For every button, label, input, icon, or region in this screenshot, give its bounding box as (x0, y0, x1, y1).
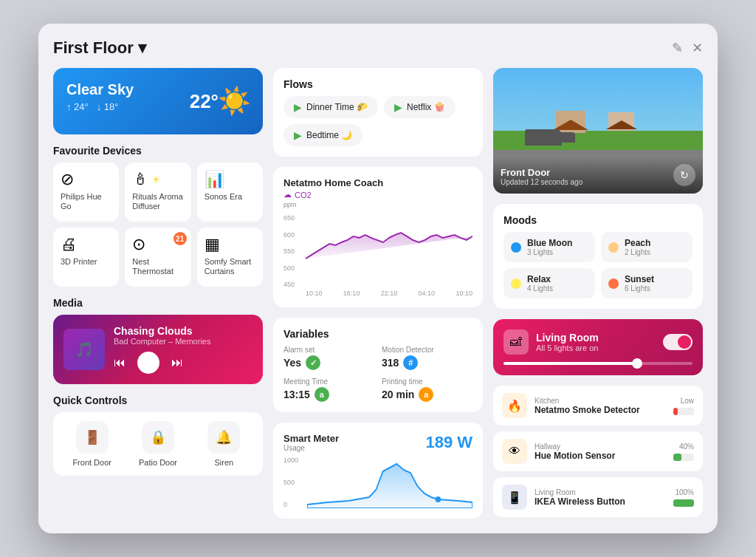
toggle-dot (678, 335, 691, 349)
meeting-value: 13:15 a (284, 387, 374, 402)
media-inner: 🎵 Chasing Clouds Bad Computer – Memories… (53, 315, 263, 384)
diffuser-label: Rituals Aroma Diffuser (132, 192, 183, 211)
close-icon[interactable]: ✕ (692, 40, 703, 56)
device-motion-sensor[interactable]: 👁 Hallway Hue Motion Sensor 40% (493, 431, 703, 471)
wireless-button-location: Living Room (535, 488, 666, 496)
philips-hue-label: Philips Hue Go (61, 192, 111, 211)
window-controls: ✎ ✕ (672, 40, 703, 56)
printing-badge: a (419, 387, 433, 402)
weather-sun-icon: ☀️ (218, 86, 251, 117)
relax-lights: 4 Lights (527, 284, 553, 293)
camera-label: Front Door Updated 12 seconds ago (501, 167, 583, 186)
device-sonos[interactable]: 📊 Sonos Era (197, 163, 263, 222)
media-title: Media (53, 297, 263, 309)
meeting-badge: a (315, 387, 329, 402)
moods-title: Moods (504, 214, 693, 226)
device-wireless-button[interactable]: 📱 Living Room IKEA Wireless Button 100% (493, 477, 703, 517)
refresh-button[interactable]: ↻ (673, 164, 695, 186)
flow-dinner-time[interactable]: ▶ Dinner Time 🌮 (284, 96, 378, 118)
co2-label: CO2 (295, 191, 312, 199)
peach-lights: 2 Lights (625, 248, 650, 256)
device-nest[interactable]: ⊙ 21 Nest Thermostat (125, 228, 190, 287)
mood-blue-moon[interactable]: Blue Moon 3 Lights (504, 232, 595, 262)
slider-fill (504, 362, 636, 365)
motion-sensor-battery-label: 40% (679, 442, 694, 451)
device-grid: ⊘ Philips Hue Go 🕯 ☀ Rituals Aroma Diffu… (53, 163, 263, 287)
camera-card: Front Door Updated 12 seconds ago ↻ (493, 68, 703, 194)
lr-brightness-slider[interactable] (504, 362, 693, 365)
sonos-icon: 📊 (205, 170, 224, 189)
main-grid: Clear Sky ↑ 24° ↓ 18° 22° ☀️ Favourite D… (53, 68, 703, 519)
sunset-info: Sunset 6 Lights (625, 274, 654, 293)
moods-grid: Blue Moon 3 Lights Peach 2 Lights (504, 232, 693, 298)
device-philips-hue[interactable]: ⊘ Philips Hue Go (53, 163, 119, 222)
mood-sunset[interactable]: Sunset 6 Lights (601, 268, 693, 298)
lr-left: 🛋 Living Room All 5 lights are on (504, 329, 599, 355)
curtains-label: Somfy Smart Curtains (205, 257, 255, 276)
mood-peach[interactable]: Peach 2 Lights (601, 232, 693, 262)
smoke-detector-status: Low (673, 397, 694, 415)
flow-bedtime-label: Bedtime 🌙 (306, 130, 352, 140)
device-aroma-diffuser[interactable]: 🕯 ☀ Rituals Aroma Diffuser (125, 163, 190, 222)
flow-dinner-label: Dinner Time 🌮 (306, 102, 368, 112)
flows-row-1: ▶ Dinner Time 🌮 ▶ Netflix 🍿 (284, 96, 472, 118)
qc-front-door[interactable]: 🚪 Front Door (62, 421, 122, 467)
netatmo-title: Netatmo Home Coach (284, 177, 472, 188)
living-room-toggle[interactable] (663, 334, 693, 350)
mood-relax[interactable]: Relax 4 Lights (504, 268, 595, 298)
pause-icon: ⏸ (144, 358, 153, 368)
motion-sensor-icon: 👁 (502, 439, 527, 464)
next-button[interactable]: ⏭ (171, 356, 183, 369)
weather-card: Clear Sky ↑ 24° ↓ 18° 22° ☀️ (53, 68, 263, 134)
smoke-detector-name: Netatmo Smoke Detector (535, 405, 666, 415)
flow-bedtime[interactable]: ▶ Bedtime 🌙 (284, 124, 362, 146)
front-door-icon: 🚪 (76, 421, 109, 454)
netatmo-unit: ppm (284, 201, 472, 208)
qc-siren[interactable]: 🔔 Siren (194, 421, 254, 467)
var-printing: Printing time 20 min a (382, 377, 472, 402)
alarm-badge: ✓ (306, 355, 320, 370)
peach-name: Peach (625, 238, 650, 248)
truck-icon (525, 129, 562, 146)
meter-chart: 1000 500 0 (284, 457, 472, 508)
sunset-dot (608, 278, 619, 289)
favourite-devices-section: Favourite Devices ⊘ Philips Hue Go 🕯 ☀ R… (53, 145, 263, 287)
device-3d-printer[interactable]: 🖨 3D Printer (53, 228, 119, 287)
netatmo-subtitle: ☁ CO2 (284, 190, 472, 199)
flow-netflix-play-icon: ▶ (394, 101, 402, 113)
smart-meter-card: Smart Meter Usage 189 W 1000 500 0 (273, 423, 483, 519)
device-smoke-detector[interactable]: 🔥 Kitchen Netatmo Smoke Detector Low (493, 386, 703, 426)
qc-patio-door[interactable]: 🔒 Patio Door (128, 421, 188, 467)
netatmo-card: Netatmo Home Coach ☁ CO2 ppm 650 600 550… (273, 167, 483, 307)
wireless-button-icon: 📱 (502, 485, 527, 510)
flow-play-icon: ▶ (294, 101, 302, 113)
battery-fill-low (673, 408, 678, 415)
patio-door-label: Patio Door (139, 458, 177, 467)
quick-controls-grid: 🚪 Front Door 🔒 Patio Door 🔔 Siren (62, 421, 254, 467)
dropdown-arrow-icon[interactable]: ▾ (138, 38, 146, 58)
device-curtains[interactable]: ▦ Somfy Smart Curtains (197, 228, 263, 287)
pause-button[interactable]: ⏸ (137, 352, 159, 374)
flows-card: Flows ▶ Dinner Time 🌮 ▶ Netflix 🍿 ▶ Bedt… (273, 68, 483, 157)
quick-controls-card: 🚪 Front Door 🔒 Patio Door 🔔 Siren (53, 412, 263, 476)
edit-icon[interactable]: ✎ (672, 40, 683, 56)
co2-icon: ☁ (284, 190, 292, 199)
relax-name: Relax (527, 274, 553, 284)
title-text: First Floor (53, 38, 134, 58)
devices-list: 🔥 Kitchen Netatmo Smoke Detector Low 👁 (493, 386, 703, 517)
co2-chart: 650 600 550 500 450 (284, 214, 472, 288)
moods-card: Moods Blue Moon 3 Lights Peach 2 Ligh (493, 204, 703, 309)
printing-label: Printing time (382, 377, 472, 386)
peach-dot (608, 242, 619, 253)
nest-badge: 21 (173, 232, 187, 245)
philips-hue-icon: ⊘ (61, 170, 74, 189)
relax-dot (511, 278, 521, 289)
flow-netflix[interactable]: ▶ Netflix 🍿 (384, 96, 456, 118)
smoke-detector-battery (673, 408, 694, 415)
motion-badge: # (403, 355, 418, 370)
window-header: First Floor ▾ ✎ ✕ (53, 38, 703, 58)
house2-icon (608, 112, 634, 131)
prev-button[interactable]: ⏮ (114, 356, 126, 369)
media-card: 🎵 Chasing Clouds Bad Computer – Memories… (53, 315, 263, 384)
var-alarm: Alarm set Yes ✓ (284, 346, 374, 370)
